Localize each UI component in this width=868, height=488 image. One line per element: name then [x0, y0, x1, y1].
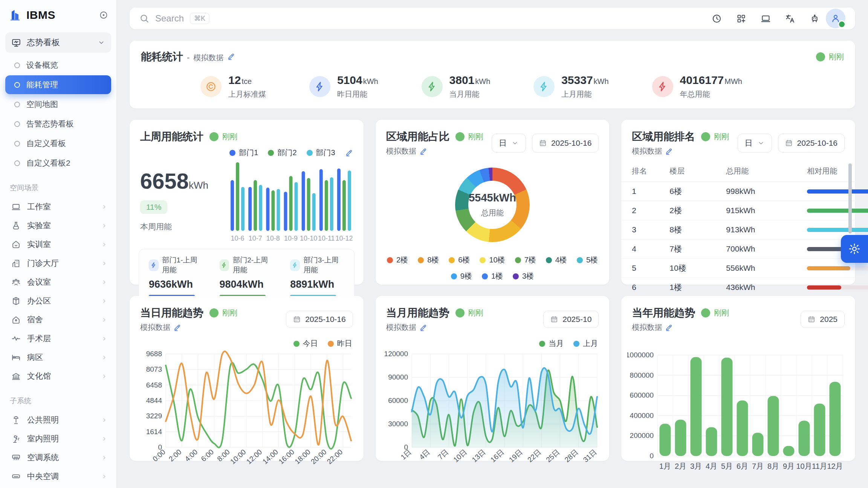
column-header-相对用能: 相对用能 [807, 166, 845, 176]
building-icon [11, 259, 21, 268]
chevron-right-icon [101, 298, 107, 304]
edit-icon[interactable] [419, 323, 427, 331]
sidebar-item-宿舍[interactable]: 宿舍 [5, 310, 111, 329]
svg-text:19日: 19日 [507, 448, 524, 464]
legend-item-当月[interactable]: 当月 [539, 339, 564, 349]
ranking-scrollbar[interactable] [848, 163, 852, 233]
sidebar-item-会议室[interactable]: 会议室 [5, 273, 111, 291]
search-input[interactable]: Search [155, 13, 184, 24]
sidebar-group-态势看板[interactable]: 态势看板 [5, 32, 111, 53]
topbar-icons [712, 14, 820, 24]
sidebar-item-设备概览[interactable]: 设备概览 [5, 56, 111, 75]
legend-item-1楼[interactable]: 1楼 [482, 271, 503, 281]
weekly-period-label: 本周用能 [140, 221, 228, 232]
date-picker[interactable]: 2025-10-16 [286, 311, 353, 328]
edit-icon[interactable] [227, 52, 235, 60]
desklamp-icon [11, 434, 21, 444]
sidebar-item-文化馆[interactable]: 文化馆 [5, 367, 111, 386]
svg-text:25日: 25日 [544, 448, 561, 464]
sidebar-section-heading: 子系统 [10, 396, 111, 406]
bed-icon [11, 353, 21, 362]
svg-text:400000: 400000 [630, 412, 654, 419]
chevron-down-icon [98, 39, 105, 46]
weekly-bar-chart: 10-610-710-810-910-1010-1110-12 [228, 159, 353, 244]
sidebar-item-办公区[interactable]: 办公区 [5, 291, 111, 310]
sidebar-item-门诊大厅[interactable]: 门诊大厅 [5, 254, 111, 273]
legend-item-上月[interactable]: 上月 [573, 339, 598, 349]
history-icon[interactable] [712, 14, 722, 24]
online-status-dot [838, 20, 846, 28]
data-source-label: 模拟数据 [140, 322, 170, 332]
sidebar-item-室内照明[interactable]: 室内照明 [5, 429, 111, 448]
sidebar-item-手术层[interactable]: 手术层 [5, 329, 111, 348]
daily-legend: 今日昨日 [130, 332, 364, 349]
svg-text:2月: 2月 [675, 462, 686, 470]
sidebar-collapse-icon[interactable] [99, 11, 108, 20]
widgets-icon[interactable] [736, 14, 746, 24]
edit-icon[interactable] [665, 323, 673, 331]
legend-item-部门3[interactable]: 部门3 [307, 148, 335, 158]
pulse-icon [11, 334, 21, 343]
sidebar-item-病区[interactable]: 病区 [5, 348, 111, 367]
calendar-icon [539, 139, 547, 147]
svg-text:8:00: 8:00 [215, 448, 231, 463]
svg-text:4日: 4日 [418, 448, 431, 461]
legend-item-昨日[interactable]: 昨日 [328, 339, 352, 349]
svg-text:22:00: 22:00 [326, 448, 344, 465]
sidebar-item-空调系统[interactable]: 空调系统 [5, 448, 111, 467]
bolt-icon [220, 259, 229, 271]
svg-text:10:00: 10:00 [229, 448, 247, 465]
legend-item-7楼[interactable]: 7楼 [515, 255, 536, 265]
legend-item-2楼[interactable]: 2楼 [387, 255, 408, 265]
edit-icon[interactable] [665, 147, 673, 155]
svg-text:4月: 4月 [706, 462, 717, 470]
sidebar-item-实验室[interactable]: 实验室 [5, 216, 111, 235]
edit-icon[interactable] [419, 147, 427, 155]
translate-icon[interactable] [785, 14, 795, 24]
svg-text:4844: 4844 [146, 396, 162, 404]
legend-item-6楼[interactable]: 6楼 [449, 255, 470, 265]
date-picker[interactable]: 2025-10-16 [532, 134, 599, 152]
sidebar-item-自定义看板[interactable]: 自定义看板 [5, 134, 111, 153]
edit-icon[interactable] [173, 323, 181, 331]
sidebar-item-工作室[interactable]: 工作室 [5, 197, 111, 216]
date-picker[interactable]: 2025-10-16 [778, 134, 845, 152]
legend-item-5楼[interactable]: 5楼 [577, 255, 598, 265]
ranking-row-10楼: 510楼556kWh [621, 258, 855, 278]
ac-icon [11, 453, 21, 462]
sidebar-item-中央空调[interactable]: 中央空调 [5, 467, 111, 486]
period-select[interactable]: 日 [492, 134, 526, 152]
svg-text:7月: 7月 [752, 462, 764, 470]
legend-item-部门1[interactable]: 部门1 [229, 148, 258, 158]
sidebar-item-空间地图[interactable]: 空间地图 [5, 95, 111, 114]
streetlamp-icon [11, 415, 21, 425]
period-select[interactable]: 日 [738, 134, 772, 152]
overview-stat-当月用能: 3801kWh当月用能 [422, 74, 491, 99]
weekly-substat-部门3-上周用能: 部门3-上周用能 8891kWh [290, 255, 344, 297]
sidebar-item-公共照明[interactable]: 公共照明 [5, 410, 111, 429]
legend-item-今日[interactable]: 今日 [293, 339, 318, 349]
device-icon[interactable] [761, 14, 771, 24]
legend-item-8楼[interactable]: 8楼 [418, 255, 439, 265]
sidebar-item-实训室[interactable]: 实训室 [5, 235, 111, 254]
sidebar-item-自定义看板2[interactable]: 自定义看板2 [5, 154, 111, 172]
svg-text:0:00: 0:00 [151, 448, 167, 463]
assistant-icon[interactable] [810, 14, 820, 24]
sidebar-item-告警态势看板[interactable]: 告警态势看板 [5, 114, 111, 133]
settings-fab[interactable] [841, 235, 868, 263]
edit-icon[interactable] [345, 149, 353, 157]
legend-item-3楼[interactable]: 3楼 [513, 271, 534, 281]
sidebar-item-能耗管理[interactable]: 能耗管理 [5, 75, 111, 94]
ranking-table-rows: 16楼998kWh 22楼915kWh 38楼913kWh 47楼700kWh … [621, 181, 855, 297]
avatar[interactable] [826, 9, 845, 28]
overview-stat-年总用能: 4016177MWh年总用能 [652, 74, 742, 99]
bolt-icon [652, 76, 673, 97]
date-picker[interactable]: 2025 [801, 311, 845, 328]
sidebar-item-新风系统[interactable]: 新风系统 [5, 486, 111, 488]
legend-item-10楼[interactable]: 10楼 [480, 255, 505, 265]
legend-item-9楼[interactable]: 9楼 [451, 271, 472, 281]
overview-title: 能耗统计 [141, 50, 183, 64]
date-picker[interactable]: 2025-10 [543, 311, 599, 328]
legend-item-部门2[interactable]: 部门2 [268, 148, 296, 158]
legend-item-4楼[interactable]: 4楼 [546, 255, 567, 265]
